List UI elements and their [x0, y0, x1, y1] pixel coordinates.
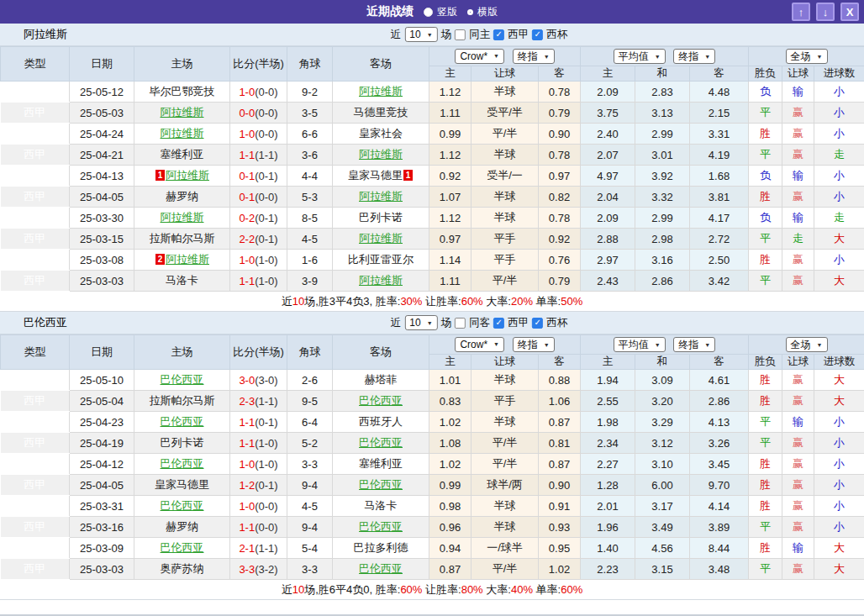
- team-link[interactable]: 巴伦西亚: [359, 478, 403, 491]
- match-row: 西甲25-03-16赫罗纳1-1(0-0)9-4巴伦西亚0.96半球0.931.…: [1, 517, 864, 538]
- chevron-down-icon: ▼: [493, 341, 499, 347]
- euro-home-odds-cell: 2.09: [581, 82, 635, 103]
- result-handicap-cell: 赢: [782, 250, 814, 271]
- summary-segment: 让胜率:: [422, 294, 461, 309]
- chevron-down-icon: ▼: [493, 53, 499, 59]
- away-team-cell: 比利亚雷亚尔: [333, 250, 429, 271]
- result-handicap-cell: 赢: [782, 145, 814, 166]
- scope-select[interactable]: 全场▼: [786, 337, 828, 352]
- euro-company-select[interactable]: 平均值▼: [614, 49, 666, 64]
- handicap-home-odds-cell: 1.12: [429, 145, 472, 166]
- half-time-score: (1-0): [255, 254, 277, 266]
- handicap-away-odds-cell: 0.88: [539, 370, 581, 391]
- team-link[interactable]: 巴伦西亚: [161, 541, 204, 554]
- team-name-text: 巴拉多利德: [354, 541, 408, 554]
- radio-horizontal-layout[interactable]: 横版: [467, 5, 498, 19]
- half-time-score: (1-1): [255, 395, 277, 408]
- match-date-cell: 25-03-03: [70, 271, 134, 292]
- team-link[interactable]: 巴伦西亚: [161, 499, 204, 512]
- euro-home-odds-cell: 1.98: [581, 412, 635, 433]
- home-team-cell: 1阿拉维斯: [134, 166, 230, 187]
- home-team-cell: 奥萨苏纳: [134, 559, 230, 580]
- team-link[interactable]: 阿拉维斯: [359, 232, 403, 245]
- scope-select[interactable]: 全场▼: [786, 49, 828, 64]
- league-type-cell: 西甲: [1, 412, 70, 433]
- euro-home-odds-cell: 2.23: [581, 559, 635, 580]
- final-score: 2-3: [239, 395, 255, 408]
- summary-row: 近10场,胜3平4负3, 胜率:30% 让胜率:60% 大率:20% 单率:50…: [0, 292, 864, 312]
- handicap-line-cell: 平手: [472, 250, 539, 271]
- team-link[interactable]: 巴伦西亚: [161, 373, 204, 386]
- team-link[interactable]: 巴伦西亚: [359, 436, 403, 449]
- home-team-cell: 巴列卡诺: [134, 433, 230, 454]
- handicap-home-odds-cell: 1.14: [429, 250, 472, 271]
- summary-row: 近10场,胜6平4负0, 胜率:60% 让胜率:80% 大率:40% 单率:60…: [0, 580, 864, 600]
- cup-checkbox[interactable]: [532, 29, 543, 40]
- team-name-text: 赫罗纳: [166, 190, 198, 203]
- odds-company-select[interactable]: Crow*▼: [455, 49, 504, 64]
- euro-time-select[interactable]: 终指▼: [673, 49, 715, 64]
- home-team-cell: 拉斯帕尔马斯: [134, 229, 230, 250]
- team-link[interactable]: 阿拉维斯: [359, 274, 403, 287]
- match-date-cell: 25-05-12: [70, 82, 134, 103]
- team-link[interactable]: 阿拉维斯: [161, 211, 204, 224]
- euro-home-odds-cell: 1.40: [581, 538, 635, 559]
- result-goals-cell: 小: [814, 250, 864, 271]
- half-time-score: (0-1): [255, 212, 277, 224]
- euro-draw-odds-cell: 3.92: [635, 166, 690, 187]
- odds-time-select[interactable]: 终指▼: [513, 49, 555, 64]
- team-link[interactable]: 阿拉维斯: [359, 190, 403, 203]
- final-score: 0-0: [239, 107, 255, 119]
- team-link[interactable]: 巴伦西亚: [359, 394, 403, 407]
- recent-count-select[interactable]: 10▼: [404, 27, 437, 42]
- euro-time-select[interactable]: 终指▼: [673, 337, 715, 352]
- league-type-cell: 西甲: [1, 496, 70, 517]
- handicap-line-cell: 球半/两: [472, 475, 539, 496]
- score-cell: 1-1(0-1): [230, 412, 287, 433]
- summary-segment: 近: [282, 582, 292, 598]
- team-link[interactable]: 巴伦西亚: [161, 457, 204, 470]
- team-name-text: 皇家马德里: [348, 169, 403, 182]
- team-link[interactable]: 阿拉维斯: [166, 253, 209, 266]
- odds-time-select[interactable]: 终指▼: [513, 337, 555, 352]
- result-wdl-cell: 平: [749, 145, 782, 166]
- team-name-text: 马德里竞技: [354, 106, 408, 118]
- result-handicap-cell: 走: [782, 229, 814, 250]
- odds-company-select[interactable]: Crow*▼: [455, 337, 504, 352]
- corner-cell: 4-5: [287, 229, 333, 250]
- score-cell: 1-1(1-1): [230, 145, 287, 166]
- league-checkbox[interactable]: [493, 29, 504, 40]
- handicap-away-odds-cell: 0.81: [539, 433, 581, 454]
- team-link[interactable]: 巴伦西亚: [161, 415, 204, 428]
- handicap-home-odds-cell: 1.02: [429, 412, 472, 433]
- team-name: 阿拉维斯: [24, 27, 67, 42]
- move-up-button[interactable]: ↑: [792, 3, 810, 21]
- radio-vertical-layout[interactable]: 竖版: [424, 5, 457, 19]
- handicap-home-odds-cell: 0.96: [429, 517, 472, 538]
- corner-cell: 5-4: [287, 538, 333, 559]
- euro-home-odds-cell: 2.27: [581, 454, 635, 475]
- same-venue-checkbox[interactable]: [455, 318, 466, 329]
- close-button[interactable]: X: [840, 3, 859, 21]
- handicap-home-odds-cell: 0.99: [429, 475, 472, 496]
- home-team-cell: 阿拉维斯: [134, 208, 230, 229]
- matches-label: 场: [441, 316, 452, 330]
- handicap-odds-group-header: Crow*▼ 终指▼: [429, 47, 581, 66]
- euro-company-value: 平均值: [619, 50, 649, 64]
- league-checkbox[interactable]: [493, 318, 504, 329]
- same-venue-checkbox[interactable]: [455, 29, 466, 40]
- cup-checkbox[interactable]: [532, 318, 543, 329]
- team-link[interactable]: 阿拉维斯: [359, 85, 403, 97]
- half-time-score: (0-0): [255, 128, 277, 140]
- team-link[interactable]: 阿拉维斯: [161, 106, 204, 118]
- team-link[interactable]: 阿拉维斯: [166, 169, 209, 182]
- team-link[interactable]: 巴伦西亚: [359, 520, 403, 533]
- recent-count-select[interactable]: 10▼: [404, 315, 437, 330]
- league-type-cell: 西甲: [1, 517, 70, 538]
- move-down-button[interactable]: ↓: [816, 3, 835, 21]
- euro-company-select[interactable]: 平均值▼: [614, 337, 666, 352]
- team-link[interactable]: 阿拉维斯: [161, 127, 204, 140]
- team-link[interactable]: 巴伦西亚: [359, 562, 403, 575]
- team-link[interactable]: 阿拉维斯: [359, 148, 403, 161]
- half-time-score: (0-0): [255, 191, 277, 203]
